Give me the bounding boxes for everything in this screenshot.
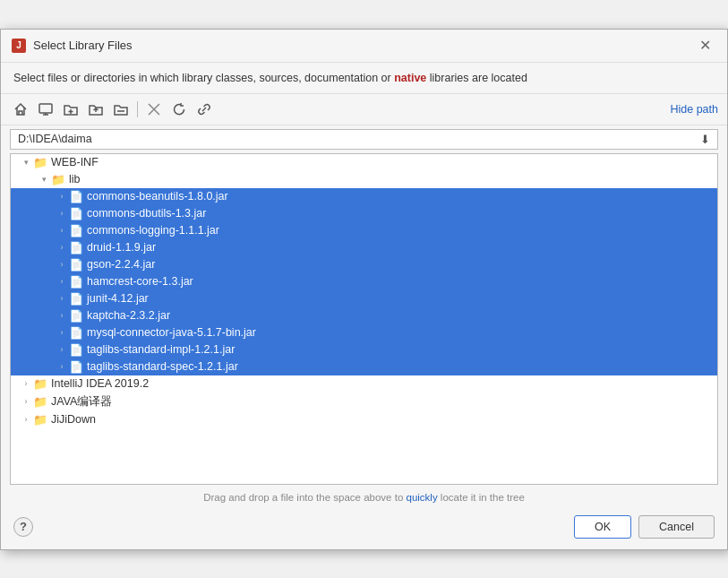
title-bar-left: J Select Library Files xyxy=(12,39,133,53)
expand-arrow-jar8: › xyxy=(56,311,68,320)
jar-icon-6: 📄 xyxy=(69,275,83,289)
tree-item-jar1[interactable]: › 📄 commons-beanutils-1.8.0.jar xyxy=(11,188,717,205)
expand-arrow-java-compiler: › xyxy=(20,397,32,406)
expand-arrow-jar2: › xyxy=(56,209,68,218)
tree-item-jijidown[interactable]: › 📁 JiJiDown xyxy=(11,411,717,428)
expand-arrow-jar11: › xyxy=(56,362,68,371)
label-jar6: hamcrest-core-1.3.jar xyxy=(87,275,193,288)
label-web-inf: WEB-INF xyxy=(51,156,98,168)
expand-arrow-jar4: › xyxy=(56,243,68,252)
tree-item-jar2[interactable]: › 📄 commons-dbutils-1.3.jar xyxy=(11,205,717,222)
folder-icon-jijidown: 📁 xyxy=(33,413,47,427)
hint-end: locate it in the tree xyxy=(441,492,525,503)
expand-arrow-jar7: › xyxy=(56,294,68,303)
description-text: Select files or directories in which lib… xyxy=(1,63,727,94)
expand-arrow-jijidown: › xyxy=(20,415,32,424)
label-jar1: commons-beanutils-1.8.0.jar xyxy=(87,190,228,203)
folder-icon-java-compiler: 📁 xyxy=(33,395,47,409)
jar-icon-2: 📄 xyxy=(69,207,83,220)
jar-icon-10: 📄 xyxy=(69,343,83,357)
jar-icon-7: 📄 xyxy=(69,292,83,306)
tree-item-web-inf[interactable]: ▾ 📁 WEB-INF xyxy=(11,154,717,171)
home-button[interactable] xyxy=(10,99,31,120)
help-button[interactable]: ? xyxy=(13,517,33,537)
native-highlight: native xyxy=(394,72,426,84)
tree-item-jar8[interactable]: › 📄 kaptcha-2.3.2.jar xyxy=(11,307,717,324)
drag-drop-hint: Drag and drop a file into the space abov… xyxy=(1,488,727,508)
expand-arrow-jar9: › xyxy=(56,328,68,337)
label-jar9: mysql-connector-java-5.1.7-bin.jar xyxy=(87,326,256,339)
label-jar11: taglibs-standard-spec-1.2.1.jar xyxy=(87,360,238,373)
path-download-button[interactable]: ⬇ xyxy=(700,133,710,146)
tree-item-intellij[interactable]: › 📁 IntelliJ IDEA 2019.2 xyxy=(11,375,717,393)
expand-arrow-jar5: › xyxy=(56,260,68,269)
expand-arrow-jar1: › xyxy=(56,192,68,201)
jar-icon-9: 📄 xyxy=(69,326,83,340)
refresh-button[interactable] xyxy=(168,99,190,120)
path-bar: D:\IDEA\daima ⬇ xyxy=(10,129,718,150)
label-jar4: druid-1.1.9.jar xyxy=(87,241,156,254)
folder-action-button[interactable] xyxy=(110,99,132,120)
label-jijidown: JiJiDown xyxy=(51,413,96,426)
toolbar-divider xyxy=(137,101,138,117)
label-jar10: taglibs-standard-impl-1.2.1.jar xyxy=(87,343,235,356)
label-jar7: junit-4.12.jar xyxy=(87,292,149,305)
tree-item-jar9[interactable]: › 📄 mysql-connector-java-5.1.7-bin.jar xyxy=(11,324,717,341)
label-jar8: kaptcha-2.3.2.jar xyxy=(87,309,170,322)
action-buttons: OK Cancel xyxy=(574,515,715,539)
label-jar3: commons-logging-1.1.1.jar xyxy=(87,224,219,237)
delete-button[interactable] xyxy=(143,99,165,120)
toolbar: Hide path xyxy=(1,94,727,125)
folder-icon-lib: 📁 xyxy=(51,173,65,186)
folder-icon-intellij: 📁 xyxy=(33,377,47,391)
expand-arrow-jar10: › xyxy=(56,345,68,354)
file-tree[interactable]: ▾ 📁 WEB-INF ▾ 📁 lib › 📄 commons-beanutil… xyxy=(10,153,718,485)
dialog-title: Select Library Files xyxy=(33,39,133,52)
hide-path-button[interactable]: Hide path xyxy=(670,103,718,116)
title-bar: J Select Library Files ✕ xyxy=(1,30,727,63)
tree-item-jar6[interactable]: › 📄 hamcrest-core-1.3.jar xyxy=(11,273,717,290)
select-library-dialog: J Select Library Files ✕ Select files or… xyxy=(0,29,728,550)
jar-icon-5: 📄 xyxy=(69,258,83,272)
expand-arrow-jar3: › xyxy=(56,226,68,235)
tree-item-jar3[interactable]: › 📄 commons-logging-1.1.1.jar xyxy=(11,222,717,239)
cancel-button[interactable]: Cancel xyxy=(638,515,715,539)
jar-icon-1: 📄 xyxy=(69,190,83,203)
ok-button[interactable]: OK xyxy=(574,515,631,539)
toolbar-buttons xyxy=(10,99,215,120)
expand-arrow-web-inf: ▾ xyxy=(20,158,32,167)
label-lib: lib xyxy=(69,173,81,185)
path-value: D:\IDEA\daima xyxy=(18,133,92,145)
jar-icon-11: 📄 xyxy=(69,360,83,374)
expand-arrow-lib: ▾ xyxy=(38,175,50,184)
link-button[interactable] xyxy=(193,99,215,120)
tree-item-lib[interactable]: ▾ 📁 lib xyxy=(11,171,717,188)
folder-icon-web-inf: 📁 xyxy=(33,156,47,169)
close-button[interactable]: ✕ xyxy=(694,37,716,55)
up-folder-button[interactable] xyxy=(85,99,107,120)
tree-item-jar5[interactable]: › 📄 gson-2.2.4.jar xyxy=(11,256,717,273)
tree-item-jar4[interactable]: › 📄 druid-1.1.9.jar xyxy=(11,239,717,256)
label-java-compiler: JAVA编译器 xyxy=(51,394,112,410)
hint-text: Drag and drop a file into the space abov… xyxy=(203,492,403,503)
label-intellij: IntelliJ IDEA 2019.2 xyxy=(51,377,149,390)
label-jar5: gson-2.2.4.jar xyxy=(87,258,155,271)
new-folder-button[interactable] xyxy=(60,99,81,120)
svg-rect-0 xyxy=(39,104,52,113)
jar-icon-8: 📄 xyxy=(69,309,83,323)
tree-item-jar10[interactable]: › 📄 taglibs-standard-impl-1.2.1.jar xyxy=(11,341,717,358)
expand-arrow-jar6: › xyxy=(56,277,68,286)
tree-item-jar11[interactable]: › 📄 taglibs-standard-spec-1.2.1.jar xyxy=(11,358,717,375)
jar-icon-3: 📄 xyxy=(69,224,83,237)
button-row: ? OK Cancel xyxy=(1,508,727,549)
app-icon: J xyxy=(12,39,26,53)
jar-icon-4: 📄 xyxy=(69,241,83,254)
expand-arrow-intellij: › xyxy=(20,379,32,388)
tree-item-jar7[interactable]: › 📄 junit-4.12.jar xyxy=(11,290,717,307)
desktop-button[interactable] xyxy=(35,99,56,120)
hint-link[interactable]: quickly xyxy=(406,492,437,503)
label-jar2: commons-dbutils-1.3.jar xyxy=(87,207,206,220)
tree-item-java-compiler[interactable]: › 📁 JAVA编译器 xyxy=(11,393,717,411)
